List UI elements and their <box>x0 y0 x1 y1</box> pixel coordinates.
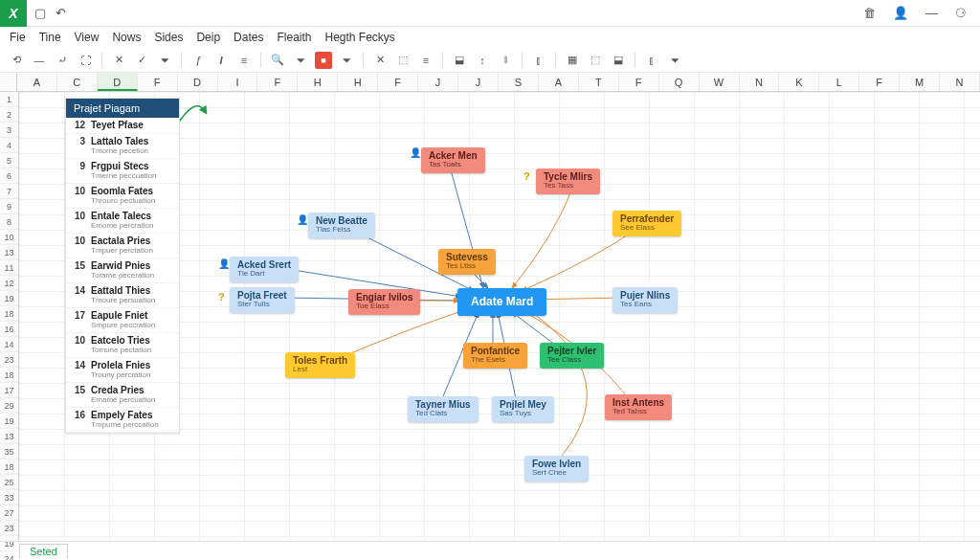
row-header[interactable]: 13 <box>0 429 18 444</box>
row-header[interactable]: 6 <box>0 168 18 184</box>
list-item[interactable]: 10Entale TalecsEmome percration <box>66 209 179 234</box>
toolbar-button[interactable]: ≡ <box>235 52 253 69</box>
diagram-node-center[interactable]: Adate Mard <box>457 288 546 316</box>
row-header[interactable]: 25 <box>0 475 18 490</box>
row-header[interactable]: 18 <box>0 368 18 383</box>
row-header[interactable]: 9 <box>0 199 18 214</box>
column-header[interactable]: C <box>57 73 98 91</box>
account-icon[interactable]: ⚆ <box>955 6 967 20</box>
menu-item[interactable]: View <box>75 31 100 44</box>
menu-item[interactable]: Tine <box>39 31 61 44</box>
column-header[interactable]: H <box>298 73 338 91</box>
spreadsheet-grid[interactable]: 1234567981013111219181614231817291913351… <box>0 92 980 541</box>
row-header[interactable]: 14 <box>0 337 18 352</box>
font-button[interactable]: ƒ <box>189 52 207 69</box>
grid-area[interactable]: Prajet Piagam 12Teyet Pfase3Lattalo Tale… <box>19 92 980 541</box>
app-icon[interactable]: X <box>0 0 27 27</box>
diagram-node[interactable]: Tycle Mlirs Tes Tass <box>536 168 600 194</box>
list-item[interactable]: 14Prolela FniesTrouny percration <box>66 358 179 383</box>
diagram-node[interactable]: Tayner Mius Ted Clats <box>408 396 479 422</box>
list-item[interactable]: 12Teyet Pfase <box>66 118 179 134</box>
list-item[interactable]: 17Eapule FnietSmpure peccration <box>66 308 179 333</box>
row-header[interactable]: 12 <box>0 276 18 291</box>
column-header[interactable]: D <box>178 73 218 91</box>
column-header[interactable]: W <box>700 73 740 91</box>
column-header[interactable]: M <box>900 73 940 91</box>
list-item[interactable]: 14Eattald ThiesTmoure persuation <box>66 283 179 308</box>
menu-item[interactable]: Deip <box>196 31 220 44</box>
row-header[interactable]: 18 <box>0 306 18 322</box>
row-header[interactable]: 23 <box>0 521 18 536</box>
toolbar-button[interactable]: ⬓ <box>451 52 468 69</box>
toolbar-button[interactable]: ≡ <box>417 52 434 69</box>
toolbar-button[interactable]: ⫴ <box>497 52 514 69</box>
column-header[interactable]: F <box>257 73 298 91</box>
row-header[interactable]: 4 <box>0 138 18 153</box>
diagram-node[interactable]: Pejter Ivler Tee Class <box>540 343 604 369</box>
diagram-node[interactable]: Fowe Ivlen Sert Chee <box>524 456 589 482</box>
diagram-node[interactable]: Engiar Ivilos Toe Elass <box>348 289 420 315</box>
row-header[interactable]: 19 <box>0 291 18 306</box>
diagram-node[interactable]: Toles Frarth Lest <box>285 352 355 378</box>
toolbar-button[interactable]: ⫿ <box>643 52 660 69</box>
diagram-node[interactable]: Pnjlel Mey Sas Tuys <box>492 396 554 422</box>
diagram-node[interactable]: Perrafender See Elass <box>612 211 681 236</box>
list-item[interactable]: 16Empely FatesTmpume perccation <box>66 408 179 433</box>
column-header[interactable]: A <box>539 73 579 91</box>
toolbar-button[interactable]: ⫿ <box>530 52 547 69</box>
column-header[interactable]: F <box>859 73 900 91</box>
row-header[interactable]: 8 <box>0 214 18 230</box>
diagram-node[interactable]: Acker Men Tas Toats <box>421 147 485 173</box>
toolbar-button[interactable]: ✕ <box>371 52 389 69</box>
diagram-node[interactable]: New Beatte Tlas Felss <box>308 213 375 238</box>
row-header[interactable]: 1 <box>0 92 18 107</box>
row-header[interactable]: 19 <box>0 414 18 429</box>
diagram-node[interactable]: Inst Antens Ted Tabss <box>605 394 672 420</box>
column-header[interactable]: S <box>499 73 539 91</box>
undo-icon[interactable]: ↶ <box>56 6 66 20</box>
minimize-icon[interactable]: — <box>925 6 938 20</box>
toolbar-button[interactable]: ✕ <box>110 52 127 69</box>
diagram-node[interactable]: Pujer Nlins Tes Eans <box>612 287 678 313</box>
column-header[interactable]: D <box>98 73 138 91</box>
menu-item[interactable]: Fleaith <box>277 31 311 44</box>
list-item[interactable]: 15Creda PriesEmame percuation <box>66 383 179 408</box>
list-item[interactable]: 10Eoomla FatesThrouro pectuation <box>66 184 179 209</box>
toolbar-button[interactable]: ⏷ <box>666 52 683 69</box>
list-item[interactable]: 10Eactala PriesTmpuer perctation <box>66 234 179 258</box>
menu-item[interactable]: Dates <box>234 31 263 44</box>
column-header[interactable]: A <box>17 73 57 91</box>
toolbar-button[interactable]: ▦ <box>564 52 581 69</box>
column-header[interactable]: L <box>819 73 859 91</box>
row-header[interactable]: 7 <box>0 184 18 199</box>
select-all-corner[interactable] <box>0 73 17 91</box>
toolbar-button[interactable]: ⬚ <box>394 52 412 69</box>
row-header[interactable]: 33 <box>0 490 18 505</box>
column-header[interactable]: I <box>218 73 258 91</box>
column-header[interactable]: K <box>779 73 819 91</box>
row-header[interactable]: 3 <box>0 123 18 138</box>
row-header[interactable]: 29 <box>0 398 18 414</box>
save-icon[interactable]: ▢ <box>34 6 46 20</box>
row-header[interactable]: 13 <box>0 245 18 260</box>
trash-icon[interactable]: 🗑 <box>863 6 876 20</box>
toolbar-button[interactable]: — <box>31 52 48 69</box>
row-header[interactable]: 2 <box>0 107 18 123</box>
list-item[interactable]: 15Earwid PniesTorame peceration <box>66 258 179 283</box>
row-header[interactable]: 27 <box>0 505 18 521</box>
sheet-tab[interactable]: Seted <box>19 544 68 558</box>
column-header[interactable]: N <box>940 73 980 91</box>
row-header[interactable]: 35 <box>0 444 18 459</box>
toolbar-button[interactable]: ⛶ <box>77 52 94 69</box>
list-item[interactable]: 9Frgpui StecsTmerne peccuation <box>66 159 179 184</box>
row-header[interactable]: 16 <box>0 322 18 337</box>
column-header[interactable]: J <box>418 73 458 91</box>
row-header[interactable]: 10 <box>0 230 18 245</box>
row-header[interactable]: 17 <box>0 383 18 398</box>
toolbar-button[interactable]: ↕ <box>474 52 491 69</box>
column-header[interactable]: F <box>619 73 659 91</box>
row-header[interactable]: 5 <box>0 153 18 168</box>
column-header[interactable]: F <box>138 73 178 91</box>
diagram-node[interactable]: Sutevess Tes Ltiss <box>438 249 496 275</box>
toolbar-button[interactable]: ⬓ <box>610 52 627 69</box>
